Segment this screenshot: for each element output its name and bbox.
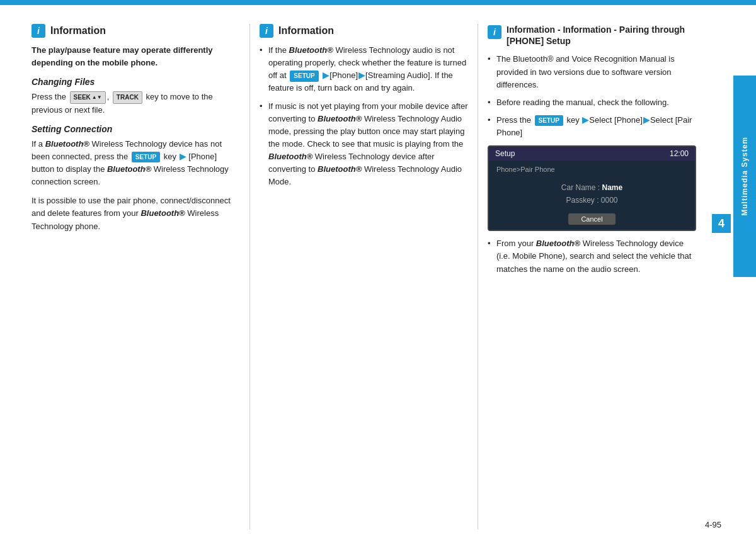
chapter-number: 4 xyxy=(712,214,731,233)
main-content: i Information The play/pause feature may… xyxy=(0,5,756,542)
info-icon-1: i xyxy=(32,24,45,38)
column-3: i Information - Information - Pairing th… xyxy=(478,24,724,529)
col3-from-list: From your Bluetooth® Wireless Technology… xyxy=(488,237,696,275)
screen-title: Setup xyxy=(495,149,515,158)
track-badge: TRACK xyxy=(113,91,142,104)
col3-bullet-1: The Bluetooth® and Voice Recognition Man… xyxy=(488,53,696,91)
screen-body: Phone>Pair Phone Car Name : Name Passkey… xyxy=(489,161,695,230)
info-header-2: i Information xyxy=(260,24,468,38)
col3-bullet-3: Press the SETUP key ▶Select [Phone]▶Sele… xyxy=(488,114,696,139)
changing-files-title: Changing Files xyxy=(32,77,240,87)
screen-cancel-button[interactable]: Cancel xyxy=(568,213,615,225)
side-tab-label: Multimedia System xyxy=(740,137,749,216)
setting-connection-title: Setting Connection xyxy=(32,124,240,134)
col2-bullet-list: If the Bluetooth® Wireless Technology au… xyxy=(260,44,468,189)
screen-car-name: Car Name : Name xyxy=(561,183,622,192)
setup-badge-col3: SETUP xyxy=(535,115,563,127)
side-tab: Multimedia System xyxy=(733,76,756,277)
page-number: 4-95 xyxy=(705,520,721,529)
col3-from-bullet: From your Bluetooth® Wireless Technology… xyxy=(488,237,696,275)
seek-badge: SEEK ▲▼ xyxy=(70,91,106,104)
info-icon-2: i xyxy=(260,24,273,38)
column-2: i Information If the Bluetooth® Wireless… xyxy=(250,24,478,529)
top-bar xyxy=(0,0,756,5)
col3-bullet-2: Before reading the manual, check the fol… xyxy=(488,96,696,109)
column-1: i Information The play/pause feature may… xyxy=(32,24,250,529)
info-header-1: i Information xyxy=(32,24,240,38)
screen-passkey: Passkey : 0000 xyxy=(566,196,617,205)
changing-files-text: Press the SEEK ▲▼ , TRACK key to move to… xyxy=(32,91,240,116)
bullet-item-1: If the Bluetooth® Wireless Technology au… xyxy=(260,44,468,95)
info-icon-3: i xyxy=(488,25,501,39)
screen-time: 12:00 xyxy=(670,149,689,158)
info-body-1: The play/pause feature may operate diffe… xyxy=(32,44,240,69)
info-title-1: Information xyxy=(50,25,106,37)
cf-text1: Press the xyxy=(32,92,66,101)
bullet-item-2: If music is not yet playing from your mo… xyxy=(260,100,468,189)
setting-connection-text-2: It is possible to use the pair phone, co… xyxy=(32,195,240,232)
info-title-3: Information - Information - Pairing thro… xyxy=(507,24,696,47)
setting-connection-text-1: If a Bluetooth® Wireless Technology devi… xyxy=(32,138,240,189)
screen-breadcrumb: Phone>Pair Phone xyxy=(496,166,555,173)
setup-badge-1: SETUP xyxy=(132,152,160,163)
col3-bullet-list: The Bluetooth® and Voice Recognition Man… xyxy=(488,53,696,139)
setup-badge-col2: SETUP xyxy=(290,71,318,82)
info-header-3: i Information - Information - Pairing th… xyxy=(488,24,696,47)
info-title-2: Information xyxy=(278,25,334,37)
screen-box: Setup 12:00 Phone>Pair Phone Car Name : … xyxy=(488,145,696,231)
screen-header: Setup 12:00 xyxy=(489,147,695,161)
